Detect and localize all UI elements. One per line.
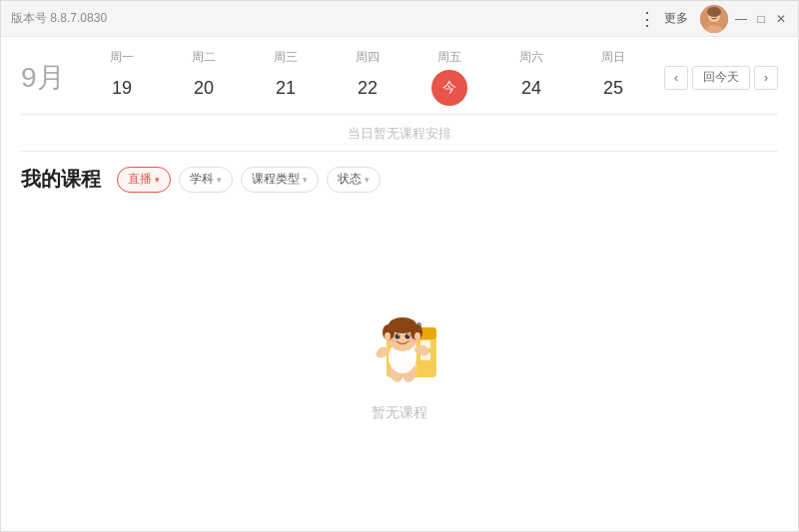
month-label: 9月: [21, 59, 71, 97]
filter-tag[interactable]: 学科▾: [179, 167, 233, 193]
day-number: 今: [431, 70, 467, 106]
more-button[interactable]: 更多: [664, 10, 688, 27]
day-column[interactable]: 周四22: [338, 49, 398, 106]
filter-tag[interactable]: 课程类型▾: [241, 167, 319, 193]
filter-label: 课程类型: [252, 171, 300, 188]
svg-point-29: [398, 334, 400, 336]
day-column[interactable]: 周日25: [583, 49, 643, 106]
filter-tag[interactable]: 直播▾: [117, 167, 171, 193]
day-name: 周日: [601, 49, 625, 66]
close-button[interactable]: ✕: [774, 12, 788, 26]
filter-label: 直播: [128, 171, 152, 188]
day-name: 周一: [110, 49, 134, 66]
day-column[interactable]: 周一19: [92, 49, 152, 106]
day-column[interactable]: 周二20: [174, 49, 234, 106]
empty-illustration-svg: [345, 282, 454, 392]
day-number: 24: [513, 70, 549, 106]
svg-point-28: [405, 333, 410, 338]
next-week-button[interactable]: ›: [754, 66, 778, 90]
day-number: 22: [350, 70, 386, 106]
day-name: 周四: [356, 49, 380, 66]
calendar-header: 9月 周一19周二20周三21周四22周五今周六24周日25 ‹ 回今天 ›: [21, 49, 778, 106]
title-bar: 版本号 8.8.7.0830 ⋮ 更多 — □ ✕: [1, 1, 798, 37]
svg-point-31: [390, 338, 397, 342]
filter-label: 学科: [190, 171, 214, 188]
day-name: 周五: [437, 49, 461, 66]
week-days: 周一19周二20周三21周四22周五今周六24周日25: [81, 49, 654, 106]
title-bar-controls: ⋮ 更多 — □ ✕: [638, 5, 788, 33]
avatar-image: [700, 5, 728, 33]
day-number: 25: [595, 70, 631, 106]
svg-point-27: [396, 333, 400, 338]
day-name: 周二: [192, 49, 216, 66]
day-name: 周三: [274, 49, 298, 66]
day-number: 19: [104, 70, 140, 106]
svg-point-32: [409, 338, 416, 342]
day-number: 20: [186, 70, 222, 106]
day-number: 21: [268, 70, 304, 106]
today-button[interactable]: 回今天: [692, 66, 750, 90]
minimize-button[interactable]: —: [734, 12, 748, 26]
main-window: 版本号 8.8.7.0830 ⋮ 更多 — □ ✕: [0, 0, 799, 532]
dropdown-arrow-icon: ▾: [303, 175, 308, 185]
more-menu-icon[interactable]: ⋮: [638, 8, 658, 30]
empty-state: 暂无课程: [1, 203, 798, 531]
empty-illustration: [345, 282, 454, 392]
version-label: 版本号 8.8.7.0830: [11, 10, 107, 27]
svg-point-33: [385, 332, 391, 340]
prev-week-button[interactable]: ‹: [664, 66, 688, 90]
empty-text: 暂无课程: [372, 404, 427, 422]
dropdown-arrow-icon: ▾: [365, 175, 370, 185]
day-name: 周六: [519, 49, 543, 66]
avatar[interactable]: [700, 5, 728, 33]
day-column[interactable]: 周三21: [256, 49, 316, 106]
restore-button[interactable]: □: [754, 12, 768, 26]
courses-title: 我的课程: [21, 166, 101, 193]
svg-point-30: [407, 334, 409, 336]
svg-point-5: [707, 7, 721, 17]
filters-container: 直播▾学科▾课程类型▾状态▾: [117, 167, 381, 193]
filter-tag[interactable]: 状态▾: [327, 167, 381, 193]
dropdown-arrow-icon: ▾: [217, 175, 222, 185]
calendar-section: 9月 周一19周二20周三21周四22周五今周六24周日25 ‹ 回今天 ›: [1, 37, 798, 114]
filter-label: 状态: [338, 171, 362, 188]
day-column[interactable]: 周五今: [419, 49, 479, 106]
my-courses-section: 我的课程 直播▾学科▾课程类型▾状态▾: [1, 152, 798, 203]
day-column[interactable]: 周六24: [501, 49, 561, 106]
dropdown-arrow-icon: ▾: [155, 175, 160, 185]
courses-header: 我的课程 直播▾学科▾课程类型▾状态▾: [21, 166, 778, 193]
svg-point-34: [414, 332, 420, 340]
calendar-nav: ‹ 回今天 ›: [664, 66, 778, 90]
no-course-hint: 当日暂无课程安排: [1, 115, 798, 151]
